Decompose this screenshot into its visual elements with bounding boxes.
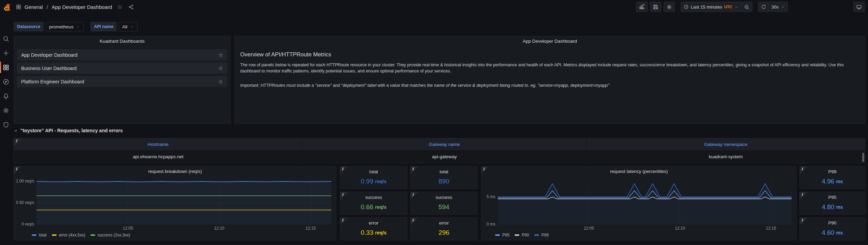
panel-info-icon[interactable]: i xyxy=(801,193,803,196)
panel-info-icon[interactable]: i xyxy=(412,193,414,196)
stat-panel-success-count: i success 594 xyxy=(410,192,478,215)
breadcrumb-section[interactable]: General xyxy=(25,4,43,10)
cell-gateway-namespace: kuadrant-system xyxy=(587,151,865,163)
breadcrumb-title[interactable]: App Developer Dashboard xyxy=(52,4,112,10)
dashboard-settings-button[interactable] xyxy=(664,2,675,12)
panel-info-icon[interactable]: i xyxy=(412,218,414,222)
refresh-interval-dropdown[interactable]: 30s xyxy=(769,2,788,12)
stat-title[interactable]: error xyxy=(439,218,449,226)
dashboard-link[interactable]: Business User Dashboard xyxy=(21,66,77,71)
request-breakdown-chart[interactable]: 12:0512:1012:151.00 req/s0.50 req/s0 req… xyxy=(16,175,333,231)
stat-title[interactable]: total xyxy=(369,166,378,174)
shield-icon[interactable] xyxy=(0,118,12,132)
zoom-out-button[interactable] xyxy=(741,2,752,12)
stat-title[interactable]: P95 xyxy=(828,192,836,200)
legend-item[interactable]: total xyxy=(32,233,47,237)
panel-info-icon[interactable]: i xyxy=(342,218,343,222)
star-icon[interactable]: ☆ xyxy=(117,4,122,10)
panel-title[interactable]: App Developer Dashboard xyxy=(235,36,865,44)
stat-title[interactable]: error xyxy=(369,218,379,226)
active-indicator xyxy=(0,62,1,73)
datasource-dropdown[interactable]: prometheus xyxy=(46,22,84,31)
breadcrumb: General / App Developer Dashboard ☆ xyxy=(16,4,134,10)
save-button[interactable] xyxy=(650,2,661,12)
panel-info-icon[interactable]: i xyxy=(16,167,17,171)
stat-title[interactable]: success xyxy=(365,192,382,200)
time-range-button[interactable]: Last 15 minutes UTC xyxy=(681,2,741,12)
star-icon[interactable]: ☆ xyxy=(218,65,223,71)
stat-panel-p90: i P90 4.60ms xyxy=(799,217,865,240)
legend-item[interactable]: error (4xx,5xx) xyxy=(52,233,85,237)
dashboards-grid-icon[interactable] xyxy=(0,60,12,74)
svg-text:0.50 req/s: 0.50 req/s xyxy=(16,200,34,205)
gear-icon[interactable] xyxy=(0,103,12,118)
stat-value: 0.66req/s xyxy=(361,200,386,214)
table-scrollbar[interactable] xyxy=(862,153,864,162)
panel-info-icon[interactable]: i xyxy=(412,167,414,171)
stat-panel-total-count: i total 890 xyxy=(410,166,478,189)
panel-title[interactable]: request latency (percentiles) xyxy=(481,166,796,174)
legend-swatch xyxy=(90,234,95,236)
cell-hostname: api.ehearne.hcpapps.net xyxy=(14,151,302,163)
api-name-dropdown[interactable]: All xyxy=(119,22,138,31)
panel-app-developer-dashboard: App Developer Dashboard Overview of API/… xyxy=(234,36,865,124)
dashboard-list-item[interactable]: Platform Engineer Dashboard ☆ xyxy=(17,76,227,87)
legend-item[interactable]: P90 xyxy=(515,233,529,237)
svg-text:12:10: 12:10 xyxy=(214,226,225,231)
column-header-gateway-namespace[interactable]: Gateway namespace xyxy=(587,138,865,150)
star-icon[interactable]: ☆ xyxy=(218,52,223,58)
stat-title[interactable]: success xyxy=(436,192,452,200)
share-icon[interactable] xyxy=(128,4,134,10)
legend-swatch xyxy=(534,234,539,236)
panel-text-content: Overview of API/HTTPRoute Metrics The ro… xyxy=(235,44,865,89)
panel-info-icon[interactable]: i xyxy=(16,139,17,143)
add-panel-button[interactable] xyxy=(636,2,648,12)
bell-icon[interactable] xyxy=(0,89,12,103)
panel-title[interactable]: Kuadrant Dashboards xyxy=(14,36,230,44)
grafana-logo[interactable] xyxy=(2,3,10,11)
section-row-toystore[interactable]: "toystore" API - Requests, latency and e… xyxy=(14,128,123,133)
sidebar xyxy=(0,0,12,245)
legend-item[interactable]: P99 xyxy=(534,233,549,237)
stat-panel-error-count: i error 296 xyxy=(410,217,478,240)
compass-icon[interactable] xyxy=(0,74,12,89)
legend-item[interactable]: success (2xx,3xx) xyxy=(90,233,130,237)
cycle-view-button[interactable] xyxy=(853,2,865,12)
stat-value: 4.96ms xyxy=(822,174,843,189)
svg-text:5 ms: 5 ms xyxy=(487,194,495,199)
svg-text:1.00 req/s: 1.00 req/s xyxy=(16,179,34,183)
panel-info-icon[interactable]: i xyxy=(342,193,343,196)
panel-info-icon xyxy=(410,166,418,174)
dashboard-link[interactable]: App Developer Dashboard xyxy=(21,52,77,58)
dashboard-list-item[interactable]: App Developer Dashboard ☆ xyxy=(17,49,227,60)
panel-info-icon xyxy=(481,166,489,174)
datasource-value: prometheus xyxy=(49,24,73,29)
panel-info-icon[interactable]: i xyxy=(483,167,484,171)
panel-info-icon xyxy=(14,138,22,146)
dashboard-list-item[interactable]: Business User Dashboard ☆ xyxy=(17,63,227,74)
refresh-button[interactable] xyxy=(758,2,769,12)
panel-info-icon xyxy=(340,218,348,226)
dashboard-link[interactable]: Platform Engineer Dashboard xyxy=(21,79,84,84)
svg-text:0 ms: 0 ms xyxy=(487,222,495,227)
request-latency-chart[interactable]: 12:0512:1012:155 ms0 ms xyxy=(483,175,794,231)
time-range-label: Last 15 minutes xyxy=(691,4,722,10)
datasource-label: Datasource xyxy=(14,22,44,31)
stat-title[interactable]: P90 xyxy=(828,218,836,226)
panel-info-icon[interactable]: i xyxy=(801,167,803,171)
overview-heading: Overview of API/HTTPRoute Metrics xyxy=(240,51,859,58)
panel-info-icon[interactable]: i xyxy=(801,218,803,222)
legend-item[interactable]: P95 xyxy=(495,233,509,237)
panel-request-latency: i request latency (percentiles) 12:0512:… xyxy=(481,166,797,240)
star-icon[interactable]: ☆ xyxy=(218,78,223,85)
stat-title[interactable]: P99 xyxy=(828,166,836,174)
panel-info-icon[interactable]: i xyxy=(342,167,343,171)
table-header-row: Hostname Gateway name Gateway namespace xyxy=(14,138,865,151)
column-header-gateway-name[interactable]: Gateway name xyxy=(302,138,587,150)
stat-title[interactable]: total xyxy=(439,166,448,174)
panel-title[interactable]: request breakdown (req/s) xyxy=(14,166,336,174)
panel-info-icon xyxy=(800,192,808,200)
column-header-hostname[interactable]: Hostname xyxy=(14,138,302,150)
plus-icon[interactable] xyxy=(0,46,12,60)
search-icon[interactable] xyxy=(0,31,12,46)
